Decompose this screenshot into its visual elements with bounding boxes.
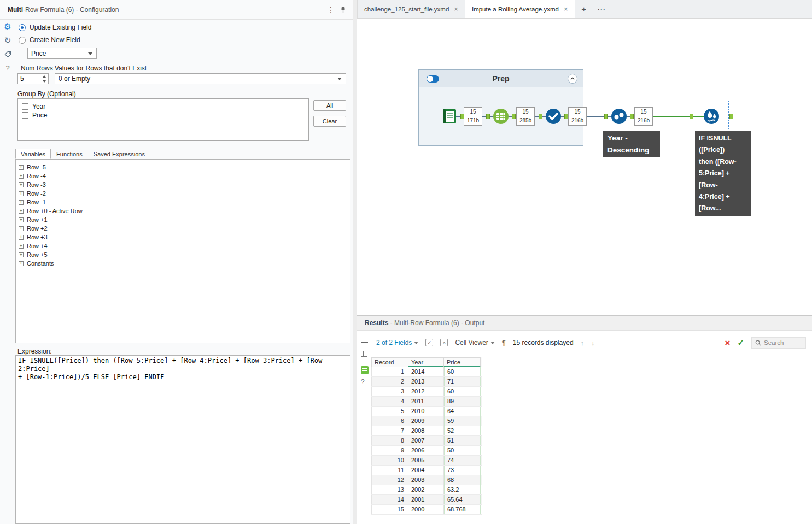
input-data-tool[interactable] — [440, 107, 459, 126]
table-row[interactable]: 13 2002 63.2 — [371, 485, 482, 495]
column-header-record[interactable]: Record — [371, 357, 408, 367]
output-anchor[interactable] — [512, 114, 516, 119]
tab-overflow-button[interactable]: ⋯ — [593, 0, 610, 18]
help-icon[interactable]: ? — [2, 63, 13, 73]
all-button[interactable]: All — [313, 100, 346, 111]
gear-icon[interactable]: ⚙ — [2, 22, 13, 32]
tree-item[interactable]: Row -3 — [19, 180, 347, 189]
sort-tool[interactable] — [609, 107, 629, 126]
table-row[interactable]: 14 2001 65.64 — [371, 495, 482, 505]
expand-icon[interactable] — [19, 244, 24, 249]
overflow-menu-icon[interactable]: ⋮ — [326, 0, 335, 20]
group-by-option[interactable]: Price — [22, 111, 305, 120]
num-rows-input[interactable] — [18, 74, 40, 84]
workflow-canvas[interactable]: Prep 15 171b — [357, 19, 812, 315]
table-row[interactable]: 9 2006 50 — [371, 446, 482, 456]
expand-icon[interactable] — [19, 191, 24, 196]
layout-panel-icon[interactable] — [361, 351, 367, 357]
expand-icon[interactable] — [19, 217, 24, 222]
column-header-price[interactable]: Price — [444, 357, 481, 367]
container-header[interactable]: Prep — [419, 70, 583, 87]
refresh-icon[interactable]: ↻ — [2, 36, 13, 45]
formula-tool-annotation[interactable]: IF ISNULL ([Price]) then ([Row- 5:Price]… — [695, 131, 751, 216]
tab-variables[interactable]: Variables — [15, 149, 51, 159]
expand-icon[interactable] — [19, 182, 24, 187]
search-box[interactable] — [751, 337, 806, 349]
table-row[interactable]: 5 2010 64 — [371, 407, 482, 416]
radio-unselected-icon[interactable] — [19, 37, 26, 44]
fields-dropdown[interactable]: 2 of 2 Fields — [376, 339, 418, 346]
connection-progress[interactable]: 15 285b — [516, 107, 535, 126]
tree-item[interactable]: Row +5 — [19, 250, 347, 259]
tree-item[interactable]: Constants — [19, 259, 347, 268]
radio-update-existing-field[interactable]: Update Existing Field — [19, 23, 91, 32]
tree-item[interactable]: Row +3 — [19, 233, 347, 242]
radio-selected-icon[interactable] — [19, 24, 26, 31]
output-anchor[interactable] — [564, 114, 568, 119]
tree-item[interactable]: Row +1 — [19, 215, 347, 224]
expand-icon[interactable] — [19, 235, 24, 240]
table-row[interactable]: 11 2004 73 — [371, 466, 482, 475]
num-rows-stepper[interactable] — [17, 73, 49, 84]
table-row[interactable]: 12 2003 68 — [371, 475, 482, 485]
table-row[interactable]: 8 2007 51 — [371, 436, 482, 446]
list-view-icon[interactable] — [361, 338, 368, 343]
sort-tool-annotation[interactable]: Year - Descending — [603, 131, 660, 157]
field-dropdown[interactable]: Price — [27, 48, 97, 59]
container-enabled-toggle[interactable] — [427, 75, 439, 83]
values-dropdown[interactable]: 0 or Empty — [55, 73, 346, 84]
scroll-up-icon[interactable]: ↑ — [581, 339, 585, 347]
input-anchor[interactable] — [539, 114, 542, 119]
group-by-option[interactable]: Year — [22, 102, 305, 111]
pin-icon[interactable] — [340, 6, 347, 14]
tab-saved-expressions[interactable]: Saved Expressions — [88, 149, 150, 159]
clear-button[interactable]: Clear — [313, 116, 346, 127]
table-row[interactable]: 2 2013 71 — [371, 377, 482, 387]
panel-splitter[interactable] — [353, 0, 357, 524]
stepper-up-icon[interactable] — [40, 74, 48, 79]
search-input[interactable] — [764, 339, 802, 346]
expand-icon[interactable] — [19, 174, 24, 179]
tab-impute-rolling-average[interactable]: Impute a Rolling Average.yxmd × — [465, 0, 575, 18]
container-collapse-button[interactable] — [568, 74, 577, 84]
table-row[interactable]: 4 2011 89 — [371, 397, 482, 407]
close-icon[interactable]: × — [564, 5, 568, 13]
tree-item[interactable]: Row -5 — [19, 163, 347, 172]
connection-progress[interactable]: 15 171b — [464, 107, 482, 126]
connection-progress[interactable]: 15 216b — [634, 107, 653, 126]
input-anchor[interactable] — [486, 114, 490, 119]
connection-progress[interactable]: 15 216b — [568, 107, 587, 126]
expand-icon[interactable] — [19, 209, 24, 214]
whitespace-toggle-icon[interactable]: ¶ — [502, 339, 506, 347]
tag-icon[interactable] — [2, 49, 13, 59]
table-row[interactable]: 10 2005 74 — [371, 456, 482, 466]
deselect-all-icon[interactable]: × — [440, 339, 448, 346]
table-row[interactable]: 7 2008 52 — [371, 426, 482, 436]
cell-viewer-dropdown[interactable]: Cell Viewer — [455, 339, 494, 346]
tree-item[interactable]: Row +0 - Active Row — [19, 207, 347, 215]
checkbox-icon[interactable] — [22, 103, 28, 110]
new-tab-button[interactable]: + — [575, 0, 593, 18]
scroll-down-icon[interactable]: ↓ — [591, 339, 595, 347]
close-icon[interactable]: × — [454, 5, 458, 13]
tab-challenge-125-start-file[interactable]: challenge_125_start_file.yxmd × — [357, 0, 465, 18]
data-view-icon[interactable] — [361, 366, 369, 374]
expand-icon[interactable] — [19, 226, 24, 231]
expand-icon[interactable] — [19, 252, 24, 257]
tab-functions[interactable]: Functions — [51, 149, 88, 159]
clear-filter-icon[interactable]: × — [725, 338, 730, 348]
table-row[interactable]: 15 2000 68.768 — [371, 505, 482, 515]
tree-item[interactable]: Row +4 — [19, 242, 347, 250]
tree-item[interactable]: Row -2 — [19, 189, 347, 198]
output-anchor[interactable] — [729, 114, 733, 119]
select-records-tool[interactable] — [491, 107, 511, 126]
input-anchor[interactable] — [604, 114, 608, 119]
tree-item[interactable]: Row +2 — [19, 224, 347, 233]
help-icon[interactable]: ? — [361, 378, 365, 386]
apply-icon[interactable]: ✓ — [737, 338, 744, 348]
tree-item[interactable]: Row -4 — [19, 172, 347, 180]
radio-create-new-field[interactable]: Create New Field — [19, 36, 80, 44]
tree-item[interactable]: Row -1 — [19, 198, 347, 207]
expand-icon[interactable] — [19, 165, 24, 170]
check-tool[interactable] — [544, 107, 563, 126]
